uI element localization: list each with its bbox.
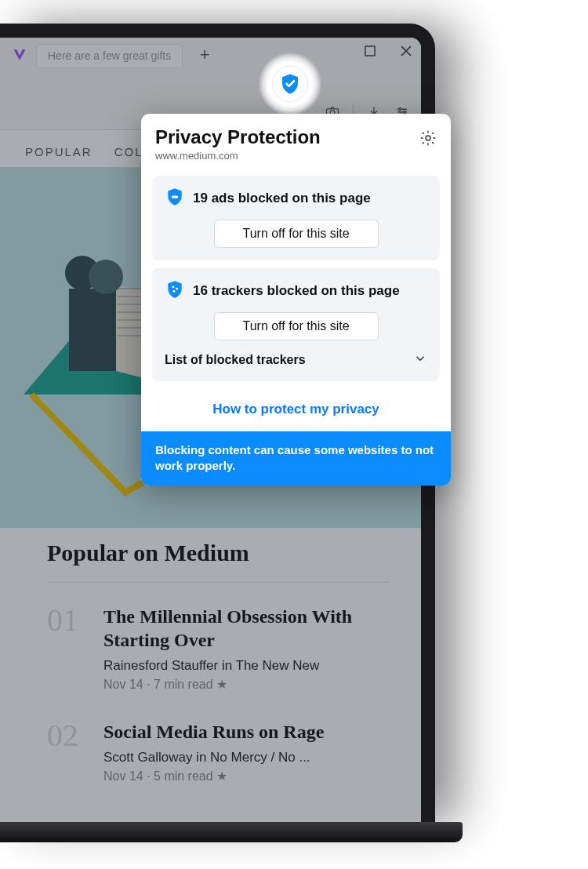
section-title: Popular on Medium xyxy=(47,540,390,583)
trackers-blocked-text: 16 trackers blocked on this page xyxy=(193,283,400,299)
trackers-card: 16 trackers blocked on this page Turn of… xyxy=(152,268,440,381)
browser-tab[interactable]: Here are a few great gifts xyxy=(36,44,183,67)
tab-title: Here are a few great gifts xyxy=(48,49,171,62)
ads-card: 19 ads blocked on this page Turn off for… xyxy=(152,176,440,260)
svg-rect-0 xyxy=(365,46,375,56)
svg-point-15 xyxy=(176,287,178,289)
article-byline: Scott Galloway in No Mercy / No ... xyxy=(103,750,324,765)
article-rank: 01 xyxy=(47,605,89,692)
adblock-shield-icon xyxy=(165,187,185,210)
expander-label: List of blocked trackers xyxy=(165,353,306,367)
article-item[interactable]: 02 Social Media Runs on Rage Scott Gallo… xyxy=(47,720,390,784)
article-item[interactable]: 01 The Millennial Obsession With Startin… xyxy=(47,605,390,692)
gear-icon[interactable] xyxy=(419,129,437,147)
article-title: Social Media Runs on Rage xyxy=(103,720,324,744)
notice-banner: Blocking content can cause some websites… xyxy=(141,431,451,485)
tracker-list-expander[interactable]: List of blocked trackers xyxy=(165,340,427,369)
popup-header: Privacy Protection www.medium.com xyxy=(141,114,451,168)
svg-point-14 xyxy=(172,285,174,288)
ads-blocked-text: 19 ads blocked on this page xyxy=(193,191,371,206)
popup-body: Privacy Protection www.medium.com 19 ads… xyxy=(141,114,451,485)
article-meta: Nov 14 · 7 min read ★ xyxy=(103,677,390,692)
help-link[interactable]: How to protect my privacy xyxy=(212,402,379,416)
article-rank: 02 xyxy=(47,720,89,784)
window-controls xyxy=(363,44,413,58)
new-tab-button[interactable]: + xyxy=(192,42,217,67)
tracker-shield-icon xyxy=(165,279,185,303)
privacy-popup: Privacy Protection www.medium.com 19 ads… xyxy=(141,114,451,485)
popup-title: Privacy Protection xyxy=(155,126,321,148)
help-link-row: How to protect my privacy xyxy=(141,389,451,431)
shield-badge-button[interactable] xyxy=(272,66,308,102)
tab-strip: Here are a few great gifts + xyxy=(0,38,421,72)
svg-point-3 xyxy=(399,108,401,111)
shield-halo xyxy=(259,53,321,115)
article-byline: Rainesford Stauffer in The New New xyxy=(103,658,390,674)
svg-point-11 xyxy=(89,260,123,294)
chevron-down-icon xyxy=(413,351,427,369)
svg-rect-13 xyxy=(172,195,179,198)
content-area: Popular on Medium 01 The Millennial Obse… xyxy=(47,540,390,812)
close-icon[interactable] xyxy=(399,44,413,58)
vivaldi-menu-icon[interactable] xyxy=(11,46,28,64)
article-title: The Millennial Obsession With Starting O… xyxy=(103,605,390,652)
laptop-base xyxy=(0,822,463,842)
article-meta: Nov 14 · 5 min read ★ xyxy=(103,769,324,784)
turn-off-ads-button[interactable]: Turn off for this site xyxy=(214,220,379,248)
maximize-icon[interactable] xyxy=(363,44,377,58)
nav-tab-popular[interactable]: POPULAR xyxy=(25,145,93,158)
svg-point-16 xyxy=(172,290,175,293)
turn-off-trackers-button[interactable]: Turn off for this site xyxy=(214,312,379,340)
svg-point-12 xyxy=(426,136,430,140)
popup-domain: www.medium.com xyxy=(155,150,321,162)
